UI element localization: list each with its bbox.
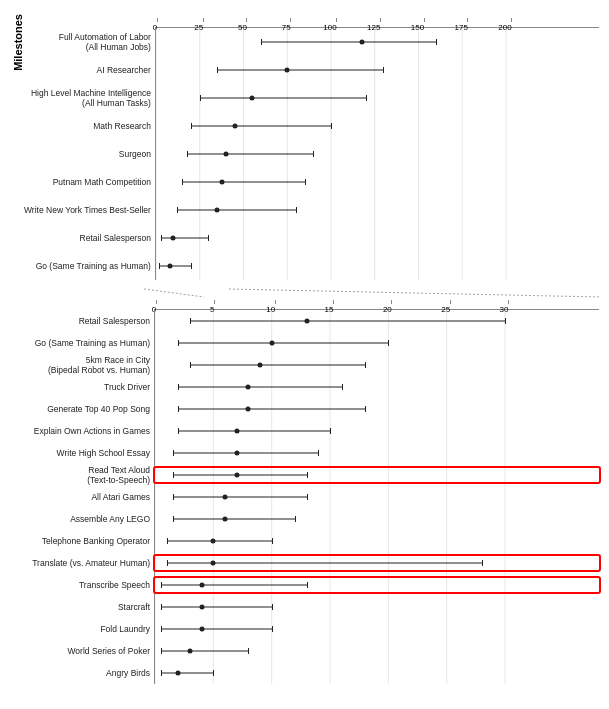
data-row [155,508,599,530]
row-label: Full Automation of Labor(All Human Jobs) [24,28,151,56]
data-row [155,442,599,464]
data-dot [304,319,309,324]
row-label: Surgeon [24,140,151,168]
whisker [161,629,272,630]
data-dot [246,385,251,390]
whisker [173,453,319,454]
data-row [155,618,599,640]
chart-container: MilestonesFull Automation of Labor(All H… [0,0,609,702]
data-dot [258,363,263,368]
whisker [217,70,383,71]
whisker [190,321,505,322]
data-row [155,530,599,552]
whisker [261,42,436,43]
row-label: Translate (vs. Amateur Human) [24,552,150,574]
bottom-chart-area: Retail SalespersonGo (Same Training as H… [10,296,599,684]
row-label: AI Researcher [24,56,151,84]
whisker [161,673,214,674]
whisker [200,98,366,99]
row-label: Assemble Any LEGO [24,508,150,530]
data-row [155,376,599,398]
top-chart-section: MilestonesFull Automation of Labor(All H… [10,14,599,280]
data-dot [360,40,365,45]
data-row [155,552,599,574]
data-dot [223,495,228,500]
data-row [155,486,599,508]
whisker [178,409,365,410]
data-dot [199,605,204,610]
data-row [156,140,599,168]
row-label: Transcribe Speech [24,574,150,596]
data-dot [171,236,176,241]
row-label: Angry Birds [24,662,150,684]
data-dot [176,671,181,676]
row-label: Write New York Times Best-Seller [24,196,151,224]
data-dot [223,517,228,522]
whisker [159,266,191,267]
data-dot [285,68,290,73]
whisker [190,365,365,366]
whisker [167,541,272,542]
row-label: World Series of Poker [24,640,150,662]
data-dot [220,180,225,185]
whisker [161,651,249,652]
row-label: Go (Same Training as Human) [24,252,151,280]
row-label: Retail Salesperson [24,224,151,252]
data-row [156,28,599,56]
data-dot [269,341,274,346]
row-label: Truck Driver [24,376,150,398]
data-row [155,640,599,662]
row-label: Telephone Banking Operator [24,530,150,552]
whisker [191,126,331,127]
data-row [155,574,599,596]
data-dot [211,539,216,544]
data-row [155,464,599,486]
data-row [156,56,599,84]
data-row [155,420,599,442]
whisker [178,387,341,388]
whisker [178,431,330,432]
whisker [173,519,296,520]
data-row [156,112,599,140]
row-label: All Atari Games [24,486,150,508]
top-chart-area: MilestonesFull Automation of Labor(All H… [10,14,599,280]
data-row [155,332,599,354]
data-dot [234,429,239,434]
row-label: Fold Laundry [24,618,150,640]
data-dot [232,124,237,129]
data-row [155,354,599,376]
y-axis-label: Milestones [10,14,24,71]
row-label: Explain Own Actions in Games [24,420,150,442]
data-dot [167,264,172,269]
data-dot [250,96,255,101]
row-label: Retail Salesperson [24,310,150,332]
data-row [155,398,599,420]
data-row [156,196,599,224]
whisker [173,497,307,498]
whisker [182,182,305,183]
data-row [155,596,599,618]
whisker [161,607,272,608]
bottom-chart-section: Retail SalespersonGo (Same Training as H… [10,296,599,684]
data-dot [234,451,239,456]
data-dot [199,627,204,632]
whisker [161,585,307,586]
data-dot [211,561,216,566]
row-label: Generate Top 40 Pop Song [24,398,150,420]
whisker [187,154,313,155]
row-label: Go (Same Training as Human) [24,332,150,354]
whisker [173,475,307,476]
row-label: Math Research [24,112,151,140]
data-row [156,252,599,280]
data-dot [234,473,239,478]
row-label: Putnam Math Competition [24,168,151,196]
row-label: Read Text Aloud(Text-to-Speech) [24,464,150,486]
data-dot [246,407,251,412]
whisker [177,210,296,211]
whisker [161,238,208,239]
data-dot [215,208,220,213]
data-dot [188,649,193,654]
data-dot [223,152,228,157]
row-label: High Level Machine Intelligence(All Huma… [24,84,151,112]
data-row [155,662,599,684]
